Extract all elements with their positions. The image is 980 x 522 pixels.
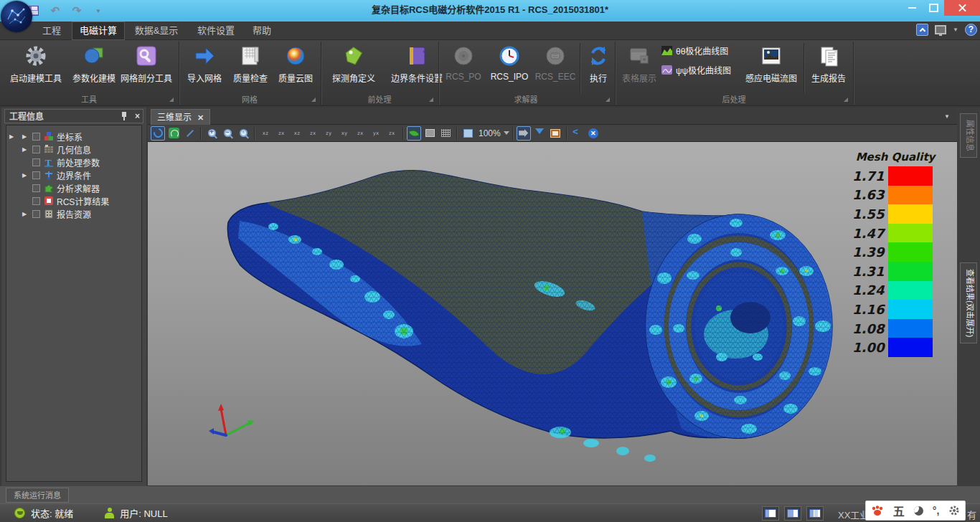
rcs-ipo-button[interactable]: RCS_IPO xyxy=(486,42,532,92)
group-expand-icon[interactable] xyxy=(606,98,610,102)
properties-tab[interactable]: 属性信息 xyxy=(960,113,977,158)
app-logo-icon[interactable] xyxy=(1,1,32,32)
project-panel-header[interactable]: 工程信息 × xyxy=(4,109,143,123)
view-orientation-button[interactable]: xz xyxy=(290,126,304,141)
checkbox[interactable] xyxy=(32,197,40,205)
probe-angle-button[interactable]: 探测角定义 xyxy=(324,42,383,92)
parametric-modeling-button[interactable]: 参数化建模 xyxy=(70,42,118,92)
close-icon[interactable]: ✕ xyxy=(197,110,204,125)
induced-current-button[interactable]: 感应电磁流图 xyxy=(740,42,802,92)
ime-moon-icon[interactable] xyxy=(914,506,923,516)
group-expand-icon[interactable] xyxy=(311,98,316,102)
view-orientation-button[interactable]: yx xyxy=(369,126,383,141)
ime-mode-button[interactable]: 五 xyxy=(893,502,905,519)
rotate-view-button[interactable] xyxy=(151,126,165,141)
group-expand-icon[interactable] xyxy=(844,98,848,102)
pin-icon[interactable] xyxy=(121,111,128,121)
execute-button[interactable]: 执行 xyxy=(583,42,614,92)
chevron-down-icon[interactable]: ▼ xyxy=(953,27,958,33)
ime-gear-icon[interactable] xyxy=(948,505,960,516)
help-button[interactable]: ? xyxy=(965,24,977,36)
chevron-down-icon[interactable]: ▼ xyxy=(944,113,950,120)
ime-punctuation-button[interactable]: °, xyxy=(933,505,940,516)
theta-polarization-curve-button[interactable]: θθ极化曲线图 xyxy=(661,44,739,57)
tab-project[interactable]: 工程 xyxy=(33,22,70,40)
collapse-ribbon-button[interactable] xyxy=(916,24,928,36)
checkbox[interactable] xyxy=(32,210,40,218)
chevron-down-icon[interactable] xyxy=(504,131,509,138)
tree-item-report-resources[interactable]: ▶ 报告资源 xyxy=(6,207,141,220)
tab-help[interactable]: 帮助 xyxy=(244,22,280,40)
minimize-button[interactable] xyxy=(901,0,923,16)
zoom-in-button[interactable]: + xyxy=(204,126,219,141)
clear-view-button[interactable]: ✕ xyxy=(586,126,600,141)
tab-3d-display[interactable]: 三维显示 ✕ xyxy=(151,109,210,125)
view-orientation-button[interactable]: zx xyxy=(385,126,399,141)
tree-item-boundary-condition[interactable]: ▶ 边界条件 xyxy=(6,169,141,181)
expand-arrow-icon[interactable]: ▶ xyxy=(22,133,27,140)
zoom-level-value[interactable]: 100% xyxy=(479,128,501,138)
checkbox[interactable] xyxy=(32,171,40,179)
start-modeling-button[interactable]: 启动建模工具 xyxy=(3,42,69,92)
view-orientation-button[interactable]: zx xyxy=(306,126,320,141)
tree-item-preprocess-params[interactable]: T 前处理参数 xyxy=(6,156,141,169)
results-tab[interactable]: 查看结果(双击展开) xyxy=(960,262,977,343)
mesh-partition-button[interactable]: 网格剖分工具 xyxy=(118,42,175,92)
group-expand-icon[interactable] xyxy=(169,98,174,102)
refresh-arrows-icon xyxy=(586,44,611,68)
import-mesh-button[interactable]: 导入网格 xyxy=(182,42,227,92)
group-expand-icon[interactable] xyxy=(429,98,433,102)
expand-arrow-icon[interactable]: ▶ xyxy=(22,211,27,217)
view-orientation-button[interactable]: xz xyxy=(258,126,273,141)
maximize-button[interactable] xyxy=(923,0,944,16)
toolbar-separator xyxy=(456,127,457,140)
layout-left-panel-button[interactable] xyxy=(762,506,779,521)
refresh-view-button[interactable] xyxy=(166,126,181,141)
shaded-mode-button[interactable] xyxy=(407,126,421,141)
ime-paw-icon[interactable] xyxy=(871,505,884,516)
tab-settings[interactable]: 软件设置 xyxy=(189,22,242,40)
layout-columns-button[interactable] xyxy=(806,506,824,521)
view-orientation-button[interactable]: xy xyxy=(337,126,352,141)
flat-mode-button[interactable] xyxy=(423,126,437,141)
view-orientation-button[interactable]: zx xyxy=(274,126,288,141)
tree-item-solver[interactable]: 分析求解器 xyxy=(6,181,141,194)
pan-resize-button[interactable] xyxy=(182,126,197,141)
image-save-button[interactable] xyxy=(548,126,562,141)
system-message-tab[interactable]: 系统运行消息 xyxy=(6,488,69,503)
tree-item-rcs-results[interactable]: RCS计算结果 xyxy=(6,194,141,207)
layout-split-button[interactable] xyxy=(784,506,801,521)
view-orientation-button[interactable]: zx xyxy=(353,126,367,141)
tree-item-geometry-info[interactable]: ▶ 几何信息 xyxy=(6,143,141,156)
button-separator xyxy=(580,43,580,93)
checkbox[interactable] xyxy=(32,184,40,192)
zoom-out-button[interactable]: − xyxy=(220,126,235,141)
checkbox[interactable] xyxy=(32,158,40,166)
generate-report-button[interactable]: 生成报告 xyxy=(806,42,851,92)
expand-arrow-icon[interactable]: ▶ xyxy=(22,146,27,153)
boundary-condition-button[interactable]: 边界条件设置 xyxy=(383,42,451,92)
zoom-fit-button[interactable]: ▫ xyxy=(236,126,250,141)
quality-cloud-button[interactable]: 质量云图 xyxy=(274,42,317,92)
wireframe-mode-button[interactable] xyxy=(438,126,453,141)
close-icon[interactable]: × xyxy=(135,111,140,121)
expand-arrow-icon[interactable]: ▶ xyxy=(22,172,27,179)
display-style-button[interactable] xyxy=(935,25,946,34)
quality-check-button[interactable]: 质量检查 xyxy=(228,42,273,92)
tree-item-coordinate-system[interactable]: ▶ ▶ 坐标系 xyxy=(6,130,141,143)
snapshot-button[interactable] xyxy=(517,126,531,141)
tab-data-display[interactable]: 数据&显示 xyxy=(126,22,187,40)
button-separator xyxy=(804,43,804,93)
render-canvas[interactable]: Mesh Quality 1.71 1.63 1.55 1.47 1.39 1.… xyxy=(148,142,957,485)
viewport-area: 三维显示 ✕ ▼ + − ▫ xz zx xz zx zy xy zx yx z… xyxy=(148,108,957,486)
share-flow-button[interactable] xyxy=(570,126,585,141)
close-button[interactable] xyxy=(944,0,980,16)
checkbox[interactable] xyxy=(32,133,40,141)
export-down-button[interactable] xyxy=(532,126,547,141)
expand-arrow-icon[interactable]: ▶ xyxy=(9,133,14,140)
psi-polarization-curve-button[interactable]: ψψ极化曲线图 xyxy=(661,64,739,76)
tab-em-compute[interactable]: 电磁计算 xyxy=(72,22,125,40)
view-orientation-button[interactable]: zy xyxy=(321,126,336,141)
zoom-level-icon-button[interactable] xyxy=(461,126,475,141)
checkbox[interactable] xyxy=(32,146,40,153)
